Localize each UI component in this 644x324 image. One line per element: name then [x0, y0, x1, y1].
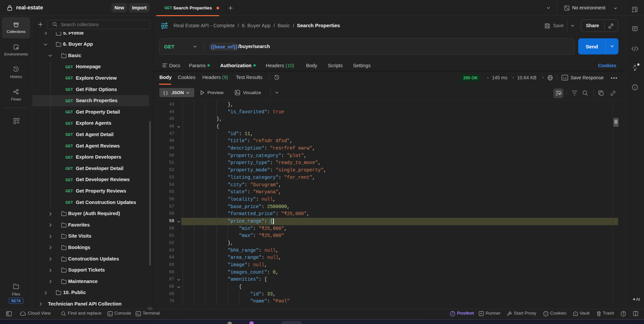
svg-text:e.g.: e.g.	[563, 76, 567, 79]
svg-text:HTTP: HTTP	[161, 24, 168, 28]
svg-text:x: x	[632, 9, 634, 13]
